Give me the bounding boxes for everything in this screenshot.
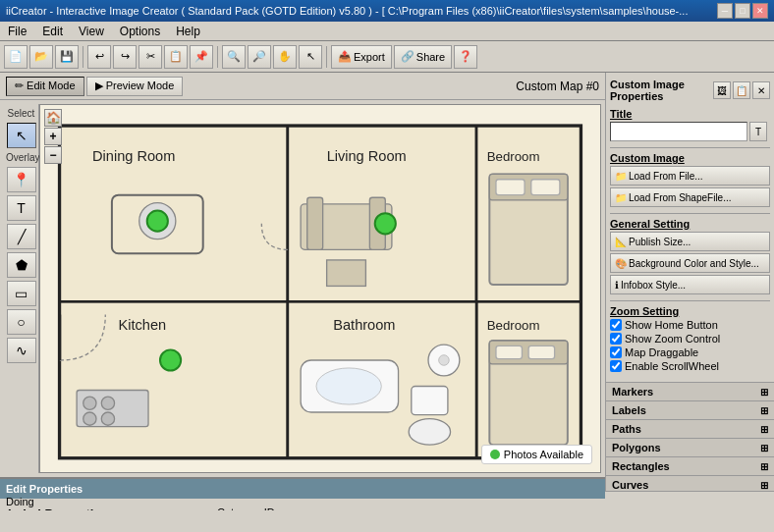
select-label: Select — [6, 106, 36, 121]
zoom-out-map-button[interactable]: − — [44, 146, 62, 164]
general-setting-label: General Setting — [610, 218, 770, 230]
title-input[interactable] — [610, 122, 747, 141]
accordion-curves-header[interactable]: Curves ⊞ — [606, 476, 774, 491]
accordion-rectangles-icon: ⊞ — [760, 461, 768, 472]
svg-rect-24 — [496, 346, 523, 358]
copy-button[interactable]: 📋 — [164, 45, 188, 69]
svg-rect-18 — [496, 180, 525, 195]
accordion-markers-icon: ⊞ — [760, 387, 768, 398]
photos-label: Photos Available — [504, 449, 583, 460]
panel-icon3[interactable]: ✕ — [752, 81, 770, 99]
hand-button[interactable]: ✋ — [273, 45, 297, 69]
zoom-in-button[interactable]: 🔍 — [222, 45, 246, 69]
show-home-checkbox[interactable] — [610, 319, 622, 331]
mode-bar: ✏ Edit Mode ▶ Preview Mode Custom Map #0 — [0, 73, 605, 100]
zoom-controls: 🏠 + − — [44, 109, 62, 164]
menu-view[interactable]: View — [75, 25, 108, 38]
bg-color-button[interactable]: 🎨 Background Color and Style... — [610, 253, 770, 273]
select-tb-button[interactable]: ↖ — [299, 45, 322, 69]
panel-icon2[interactable]: 📋 — [733, 81, 750, 99]
edit-mode-button[interactable]: ✏ Edit Mode — [6, 77, 84, 96]
rectangle-tool[interactable]: ▭ — [7, 281, 36, 306]
accordion-rectangles-header[interactable]: Rectangles ⊞ — [606, 457, 774, 475]
load-from-file-button[interactable]: 📁 Load From File... — [610, 166, 770, 186]
accordion-labels-label: Labels — [612, 404, 646, 416]
open-button[interactable]: 📂 — [29, 45, 53, 69]
overlay-label: Overlay — [6, 150, 36, 165]
titlebar-controls: ─ □ ✕ — [717, 3, 768, 19]
toolbar-sep1 — [83, 46, 83, 68]
redo-button[interactable]: ↪ — [113, 45, 137, 69]
publish-size-button[interactable]: 📐 Publish Size... — [610, 232, 770, 251]
zoom-setting-label: Zoom Setting — [610, 305, 770, 317]
infobox-style-button[interactable]: ℹ Infobox Style... — [610, 275, 770, 294]
arrow-tool[interactable]: ↖ — [7, 123, 36, 148]
zoom-out-button[interactable]: 🔎 — [248, 45, 271, 69]
accordion-markers-header[interactable]: Markers ⊞ — [606, 383, 774, 400]
svg-point-38 — [409, 419, 450, 446]
paste-button[interactable]: 📌 — [190, 45, 213, 69]
photos-badge[interactable]: Photos Available — [481, 445, 592, 464]
accordion-paths-header[interactable]: Paths ⊞ — [606, 420, 774, 438]
titlebar: iiCreator - Interactive Image Creator ( … — [0, 0, 774, 22]
save-button[interactable]: 💾 — [55, 45, 79, 69]
undo-button[interactable]: ↩ — [87, 45, 111, 69]
curve-tool[interactable]: ∿ — [7, 338, 36, 363]
menu-file[interactable]: File — [4, 25, 30, 38]
map-title: Custom Map #0 — [516, 80, 599, 93]
svg-point-13 — [375, 213, 396, 234]
svg-point-6 — [147, 211, 168, 232]
panel-icon1[interactable]: 🖼 — [713, 81, 731, 99]
scrollwheel-checkbox[interactable] — [610, 360, 622, 372]
line-tool[interactable]: ╱ — [7, 224, 36, 249]
show-zoom-label: Show Zoom Control — [625, 333, 720, 345]
show-zoom-checkbox[interactable] — [610, 333, 622, 345]
svg-point-34 — [160, 349, 181, 370]
svg-point-32 — [83, 412, 96, 425]
text-tool[interactable]: T — [7, 195, 36, 221]
label-properties-group: Label Properties Label: ... — [8, 506, 201, 510]
tools-sidebar: Select ↖ Overlay 📍 T ╱ ⬟ ▭ ○ ∿ — [4, 104, 39, 473]
menu-help[interactable]: Help — [172, 25, 204, 38]
load-from-shapefile-button[interactable]: 📁 Load From ShapeFile... — [610, 187, 770, 207]
svg-point-33 — [101, 412, 114, 425]
map-draggable-checkbox[interactable] — [610, 346, 622, 358]
toolbar: 📄 📂 💾 ↩ ↪ ✂ 📋 📌 🔍 🔎 ✋ ↖ 📤 Export 🔗 Share… — [0, 41, 774, 73]
svg-point-40 — [316, 368, 381, 404]
minimize-button[interactable]: ─ — [717, 3, 733, 19]
map-canvas[interactable]: 🏠 + − Dining Room — [39, 104, 601, 473]
accordion-polygons-header[interactable]: Polygons ⊞ — [606, 439, 774, 456]
cut-button[interactable]: ✂ — [138, 45, 162, 69]
svg-text:Bathroom: Bathroom — [333, 317, 395, 333]
share-button[interactable]: 🔗 Share — [394, 45, 452, 69]
polygon-tool[interactable]: ⬟ — [7, 252, 36, 278]
menu-options[interactable]: Options — [116, 25, 164, 38]
zoom-in-map-button[interactable]: + — [44, 128, 62, 145]
circle-tool[interactable]: ○ — [7, 309, 36, 335]
publish-icon: 📐 — [615, 237, 627, 247]
zoom-home-button[interactable]: 🏠 — [44, 109, 62, 127]
svg-point-42 — [439, 355, 450, 366]
accordion-paths-icon: ⊞ — [760, 424, 768, 435]
accordion-list: Markers ⊞ Labels ⊞ Paths ⊞ Polygons — [606, 382, 774, 491]
svg-rect-12 — [327, 260, 366, 287]
title-icon-btn[interactable]: T — [749, 122, 767, 141]
preview-mode-button[interactable]: ▶ Preview Mode — [86, 77, 184, 96]
load-from-shapefile-label: Load From ShapeFile... — [629, 192, 732, 203]
accordion-paths-label: Paths — [612, 423, 641, 435]
help-button[interactable]: ❓ — [454, 45, 477, 69]
svg-rect-37 — [412, 386, 448, 414]
divider2 — [610, 213, 770, 214]
accordion-markers: Markers ⊞ — [606, 382, 774, 400]
accordion-rectangles: Rectangles ⊞ — [606, 456, 774, 475]
menu-edit[interactable]: Edit — [38, 25, 67, 38]
export-button[interactable]: 📤 Export — [331, 45, 392, 69]
svg-text:Living Room: Living Room — [327, 148, 407, 164]
bottom-panel-content: Label Properties Label: ... Category ID — [0, 499, 605, 510]
new-button[interactable]: 📄 — [4, 45, 28, 69]
close-button[interactable]: ✕ — [752, 3, 768, 19]
maximize-button[interactable]: □ — [735, 3, 750, 19]
pin-tool[interactable]: 📍 — [7, 167, 36, 192]
accordion-labels-header[interactable]: Labels ⊞ — [606, 401, 774, 419]
custom-image-label: Custom Image — [610, 152, 770, 164]
